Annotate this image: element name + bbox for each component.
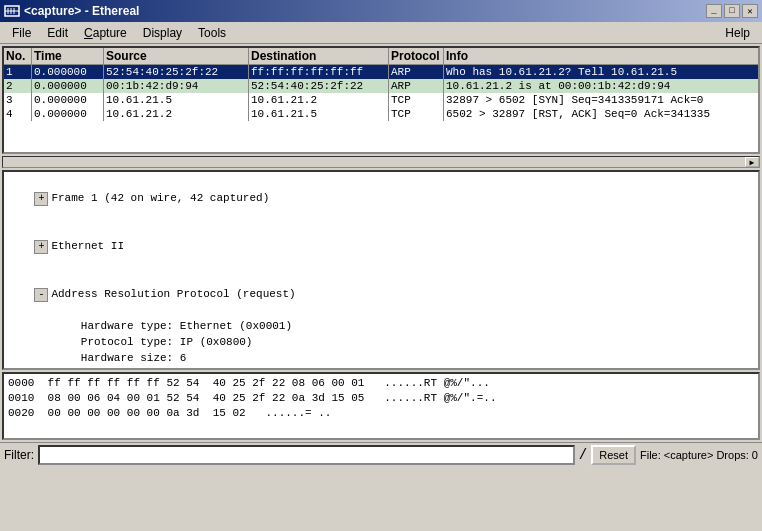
cell-time: 0.000000 xyxy=(32,79,104,93)
cell-src: 10.61.21.5 xyxy=(104,93,249,107)
col-header-proto: Protocol xyxy=(389,48,444,64)
packet-detail-container[interactable]: +Frame 1 (42 on wire, 42 captured) +Ethe… xyxy=(2,170,760,370)
app-icon xyxy=(4,3,20,19)
table-row[interactable]: 3 0.000000 10.61.21.5 10.61.21.2 TCP 328… xyxy=(4,93,758,107)
cell-no: 4 xyxy=(4,107,32,121)
reset-button[interactable]: Reset xyxy=(591,445,636,465)
status-bar: Filter: / Reset File: <capture> Drops: 0 xyxy=(0,442,762,466)
hex-dump-container[interactable]: 0000 ff ff ff ff ff ff 52 54 40 25 2f 22… xyxy=(2,372,760,440)
packet-list-container: No. Time Source Destination Protocol Inf… xyxy=(2,46,760,154)
cell-dst: 10.61.21.2 xyxy=(249,93,389,107)
cell-src: 52:54:40:25:2f:22 xyxy=(104,65,249,79)
filter-label: Filter: xyxy=(4,448,34,462)
table-row[interactable]: 1 0.000000 52:54:40:25:2f:22 ff:ff:ff:ff… xyxy=(4,65,758,79)
cell-dst: 10.61.21.5 xyxy=(249,107,389,121)
col-header-src: Source xyxy=(104,48,249,64)
arp-expand-icon[interactable]: - xyxy=(34,288,48,302)
cell-info: 32897 > 6502 [SYN] Seq=3413359171 Ack=0 xyxy=(444,93,758,107)
title-bar: <capture> - Ethereal _ □ ✕ xyxy=(0,0,762,22)
hex-line: 0020 00 00 00 00 00 00 0a 3d 15 02 .....… xyxy=(8,406,754,421)
cell-proto: TCP xyxy=(389,107,444,121)
cell-info: 6502 > 32897 [RST, ACK] Seq=0 Ack=341335 xyxy=(444,107,758,121)
window-title: <capture> - Ethereal xyxy=(24,4,139,18)
hscroll-right-btn[interactable]: ▶ xyxy=(745,157,759,167)
cell-time: 0.000000 xyxy=(32,93,104,107)
status-file: File: <capture> Drops: 0 xyxy=(640,449,758,461)
table-row[interactable]: 2 0.000000 00:1b:42:d9:94 52:54:40:25:2f… xyxy=(4,79,758,93)
packet-list-header: No. Time Source Destination Protocol Inf… xyxy=(4,48,758,65)
detail-arp-field: Protocol type: IP (0x0800) xyxy=(8,334,754,350)
detail-arp-field: Hardware type: Ethernet (0x0001) xyxy=(8,318,754,334)
menu-display[interactable]: Display xyxy=(135,24,190,42)
menu-bar: File Edit Capture Display Tools Help xyxy=(0,22,762,44)
col-header-time: Time xyxy=(32,48,104,64)
cell-src: 00:1b:42:d9:94 xyxy=(104,79,249,93)
frame-expand-icon[interactable]: + xyxy=(34,192,48,206)
cell-time: 0.000000 xyxy=(32,107,104,121)
close-button[interactable]: ✕ xyxy=(742,4,758,18)
col-header-info: Info xyxy=(444,48,758,64)
menu-capture[interactable]: Capture xyxy=(76,24,135,42)
filter-slash: / xyxy=(579,447,587,463)
cell-info: 10.61.21.2 is at 00:00:1b:42:d9:94 xyxy=(444,79,758,93)
cell-proto: ARP xyxy=(389,79,444,93)
cell-info: Who has 10.61.21.2? Tell 10.61.21.5 xyxy=(444,65,758,79)
menu-edit[interactable]: Edit xyxy=(39,24,76,42)
cell-dst: 52:54:40:25:2f:22 xyxy=(249,79,389,93)
detail-ethernet[interactable]: +Ethernet II xyxy=(8,222,754,270)
cell-proto: ARP xyxy=(389,65,444,79)
filter-input[interactable] xyxy=(38,445,575,465)
menu-help[interactable]: Help xyxy=(717,24,758,42)
table-row[interactable]: 4 0.000000 10.61.21.2 10.61.21.5 TCP 650… xyxy=(4,107,758,121)
detail-arp-field: Hardware size: 6 xyxy=(8,350,754,366)
title-bar-left: <capture> - Ethereal xyxy=(4,3,139,19)
detail-arp-field: Protocol size: 4 xyxy=(8,366,754,370)
detail-arp[interactable]: -Address Resolution Protocol (request) xyxy=(8,270,754,318)
hex-line: 0000 ff ff ff ff ff ff 52 54 40 25 2f 22… xyxy=(8,376,754,391)
cell-proto: TCP xyxy=(389,93,444,107)
minimize-button[interactable]: _ xyxy=(706,4,722,18)
packet-rows: 1 0.000000 52:54:40:25:2f:22 ff:ff:ff:ff… xyxy=(4,65,758,121)
cell-no: 3 xyxy=(4,93,32,107)
col-header-dst: Destination xyxy=(249,48,389,64)
arp-fields: Hardware type: Ethernet (0x0001) Protoco… xyxy=(8,318,754,370)
cell-time: 0.000000 xyxy=(32,65,104,79)
packet-hscroll[interactable]: ▶ xyxy=(2,156,760,168)
cell-dst: ff:ff:ff:ff:ff:ff xyxy=(249,65,389,79)
cell-no: 2 xyxy=(4,79,32,93)
maximize-button[interactable]: □ xyxy=(724,4,740,18)
cell-no: 1 xyxy=(4,65,32,79)
col-header-no: No. xyxy=(4,48,32,64)
window-controls[interactable]: _ □ ✕ xyxy=(706,4,758,18)
menu-tools[interactable]: Tools xyxy=(190,24,234,42)
menu-file[interactable]: File xyxy=(4,24,39,42)
detail-frame[interactable]: +Frame 1 (42 on wire, 42 captured) xyxy=(8,174,754,222)
hex-line: 0010 08 00 06 04 00 01 52 54 40 25 2f 22… xyxy=(8,391,754,406)
ethernet-expand-icon[interactable]: + xyxy=(34,240,48,254)
cell-src: 10.61.21.2 xyxy=(104,107,249,121)
